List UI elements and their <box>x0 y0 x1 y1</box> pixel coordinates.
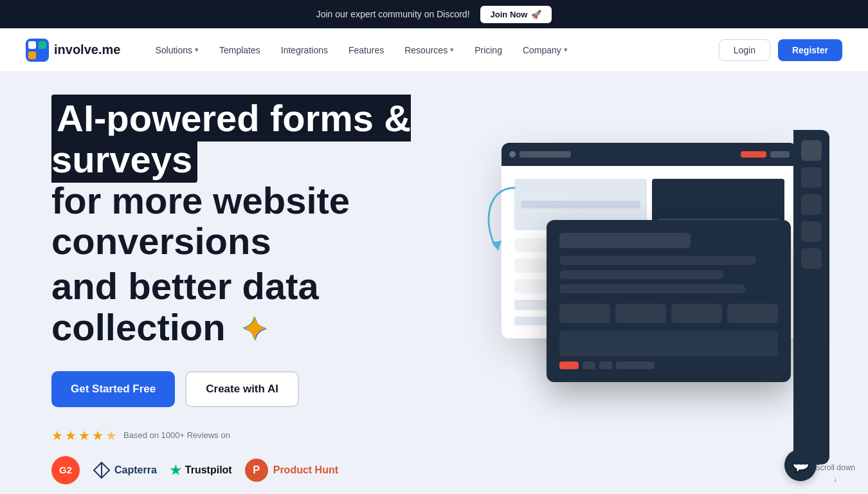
chevron-down-icon-resources: ▾ <box>450 46 454 54</box>
producthunt-icon: P <box>245 459 268 482</box>
hero-buttons: Get Started Free Create with AI <box>51 371 489 407</box>
chevron-down-icon: ▾ <box>195 46 199 54</box>
sidebar-item-4 <box>801 221 822 242</box>
sidebar-item-3 <box>801 194 822 215</box>
register-button[interactable]: Register <box>778 39 842 61</box>
header-bar-2 <box>770 151 790 158</box>
header-dot <box>509 151 516 158</box>
nav-actions: Login Register <box>719 39 842 61</box>
svg-rect-2 <box>39 41 46 49</box>
producthunt-label: Product Hunt <box>273 464 338 476</box>
hero-badges: G2 Capterra ★ Trustpilot P Product Hunt <box>51 456 489 484</box>
nav-item-templates[interactable]: Templates <box>210 40 269 60</box>
nav-item-features[interactable]: Features <box>339 40 393 60</box>
nav-resources-label: Resources <box>404 45 448 55</box>
star-4: ★ <box>92 428 104 443</box>
scroll-down-arrow: ↓ <box>833 475 837 484</box>
trustpilot-badge: ★ Trustpilot <box>170 462 232 478</box>
star-2: ★ <box>65 428 77 443</box>
nav-item-pricing[interactable]: Pricing <box>466 40 511 60</box>
hero-reviews: ★ ★ ★ ★ ★ Based on 1000+ Reviews on <box>51 428 489 443</box>
star-half: ★ <box>105 428 117 443</box>
join-now-label: Join Now <box>491 10 528 19</box>
svg-rect-3 <box>28 51 36 59</box>
nav-templates-label: Templates <box>219 45 260 55</box>
g2-badge: G2 <box>51 456 80 484</box>
header-bar-accent <box>741 151 766 158</box>
header-bar-1 <box>520 151 571 158</box>
hero-right <box>489 130 829 452</box>
hero-section: AI-powered forms & surveys for more webs… <box>0 72 868 494</box>
navbar: involve.me Solutions ▾ Templates Integra… <box>0 28 868 72</box>
create-with-ai-button[interactable]: Create with AI <box>185 371 299 407</box>
chevron-down-icon-company: ▾ <box>564 46 568 54</box>
hero-subtitle-line2: and better data collection ✦ <box>51 266 489 348</box>
nav-item-solutions[interactable]: Solutions ▾ <box>146 40 208 60</box>
star-3: ★ <box>78 428 90 443</box>
nav-links: Solutions ▾ Templates Integrations Featu… <box>146 40 718 60</box>
nav-item-integrations[interactable]: Integrations <box>272 40 337 60</box>
svg-rect-1 <box>28 41 36 49</box>
capterra-label: Capterra <box>114 464 157 476</box>
scroll-down-label: Scroll down <box>815 463 855 472</box>
star-1: ★ <box>51 428 63 443</box>
nav-integrations-label: Integrations <box>281 45 328 55</box>
mockup-sidebar <box>793 130 829 464</box>
sidebar-item-1 <box>801 140 822 161</box>
trustpilot-icon: ★ <box>170 462 181 478</box>
get-started-button[interactable]: Get Started Free <box>51 371 175 407</box>
nav-pricing-label: Pricing <box>475 45 502 55</box>
producthunt-badge: P Product Hunt <box>245 459 338 482</box>
scroll-down[interactable]: Scroll down ↓ <box>815 463 855 484</box>
top-banner: Join our expert community on Discord! Jo… <box>0 0 868 28</box>
sidebar-item-5 <box>801 248 822 269</box>
banner-text: Join our expert community on Discord! <box>316 9 470 19</box>
hero-title: AI-powered forms & surveys for more webs… <box>51 98 489 348</box>
capterra-badge: Capterra <box>93 461 157 479</box>
mockup-overlay-card <box>547 220 791 382</box>
review-text: Based on 1000+ Reviews on <box>123 430 230 440</box>
star-rating: ★ ★ ★ ★ ★ <box>51 428 117 443</box>
hero-subtitle-line1: for more website conversions <box>51 180 489 262</box>
nav-item-company[interactable]: Company ▾ <box>514 40 577 60</box>
sidebar-item-2 <box>801 167 822 188</box>
mockup-card-header <box>502 143 797 166</box>
nav-item-resources[interactable]: Resources ▾ <box>395 40 463 60</box>
rocket-icon: 🚀 <box>531 10 541 19</box>
nav-solutions-label: Solutions <box>155 45 192 55</box>
nav-company-label: Company <box>523 45 561 55</box>
logo-text: involve.me <box>54 42 120 57</box>
sparkle-icon: ✦ <box>241 313 267 347</box>
capterra-icon <box>93 461 111 479</box>
logo-icon <box>26 39 49 62</box>
hero-left: AI-powered forms & surveys for more webs… <box>51 98 489 484</box>
trustpilot-label: Trustpilot <box>185 464 232 476</box>
hero-title-highlight: AI-powered forms & surveys <box>51 95 411 183</box>
login-button[interactable]: Login <box>719 39 770 61</box>
nav-features-label: Features <box>348 45 384 55</box>
arrow-decoration <box>476 181 527 259</box>
logo-link[interactable]: involve.me <box>26 39 120 62</box>
join-now-button[interactable]: Join Now 🚀 <box>480 6 552 23</box>
